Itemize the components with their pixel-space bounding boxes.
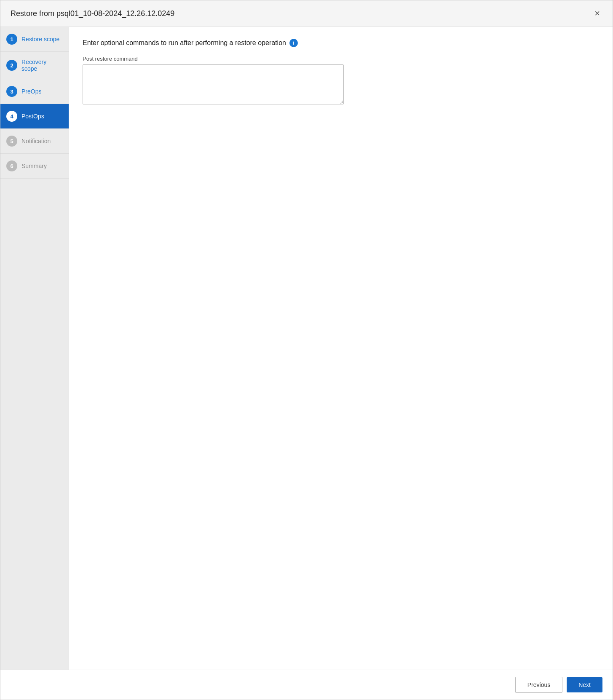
step-badge-5: 5 — [6, 136, 17, 147]
main-content: Enter optional commands to run after per… — [69, 27, 613, 670]
step-badge-1: 1 — [6, 34, 17, 45]
dialog-title: Restore from psql01_10-08-2024_12.26.12.… — [11, 9, 174, 18]
section-heading: Enter optional commands to run after per… — [83, 39, 599, 47]
sidebar-item-recovery-scope[interactable]: 2 Recovery scope — [0, 52, 69, 79]
sidebar-item-label-2: Recovery scope — [21, 59, 63, 72]
sidebar-item-label-4: PostOps — [21, 113, 44, 120]
dialog-header: Restore from psql01_10-08-2024_12.26.12.… — [0, 0, 613, 27]
step-badge-3: 3 — [6, 86, 17, 97]
sidebar-item-restore-scope[interactable]: 1 Restore scope — [0, 27, 69, 52]
next-button[interactable]: Next — [567, 677, 602, 692]
sidebar-item-preops[interactable]: 3 PreOps — [0, 79, 69, 104]
dialog-footer: Previous Next — [0, 670, 613, 700]
dialog-body: 1 Restore scope 2 Recovery scope 3 PreOp… — [0, 27, 613, 670]
section-heading-text: Enter optional commands to run after per… — [83, 39, 286, 47]
close-button[interactable]: × — [592, 8, 602, 19]
sidebar-item-label-5: Notification — [21, 138, 51, 144]
post-restore-label: Post restore command — [83, 56, 599, 62]
sidebar-item-label-1: Restore scope — [21, 36, 59, 43]
step-badge-6: 6 — [6, 160, 17, 171]
post-restore-command-input[interactable] — [83, 64, 344, 104]
sidebar-item-summary[interactable]: 6 Summary — [0, 154, 69, 179]
previous-button[interactable]: Previous — [515, 677, 562, 693]
step-badge-4: 4 — [6, 111, 17, 122]
sidebar-item-postops[interactable]: 4 PostOps — [0, 104, 69, 129]
step-badge-2: 2 — [6, 60, 17, 71]
sidebar-item-label-6: Summary — [21, 163, 47, 169]
sidebar-item-label-3: PreOps — [21, 88, 41, 95]
info-icon[interactable]: i — [289, 39, 298, 47]
sidebar: 1 Restore scope 2 Recovery scope 3 PreOp… — [0, 27, 69, 670]
dialog: Restore from psql01_10-08-2024_12.26.12.… — [0, 0, 613, 700]
sidebar-item-notification[interactable]: 5 Notification — [0, 129, 69, 154]
